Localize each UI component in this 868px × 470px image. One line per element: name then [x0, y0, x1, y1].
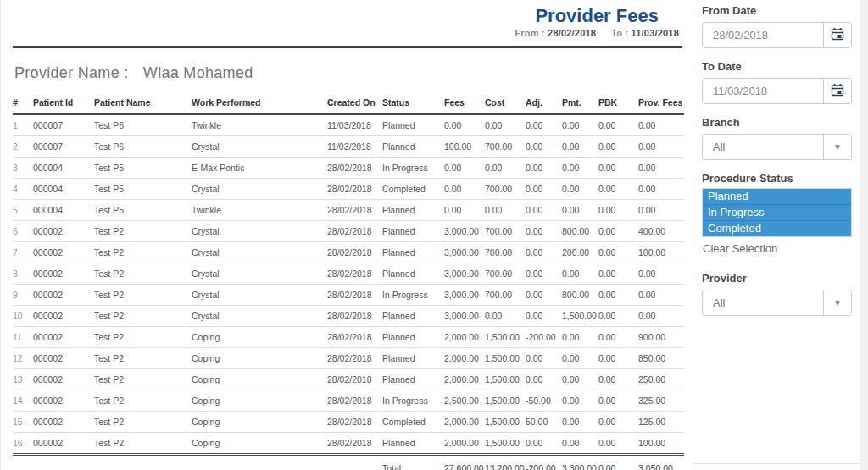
table-cell: 000004	[33, 179, 94, 200]
table-cell: 000004	[33, 158, 94, 179]
table-cell: 0.00	[526, 348, 562, 369]
table-cell: Test P2	[94, 433, 192, 455]
table-cell: 0.00	[526, 306, 562, 327]
table-cell: 28/02/2018	[327, 390, 382, 412]
table-cell: 3,000.00	[444, 242, 485, 263]
table-cell: 11/03/2018	[327, 114, 382, 136]
clear-selection-link[interactable]: Clear Selection	[703, 242, 777, 255]
table-cell: 0.00	[638, 114, 684, 136]
table-cell: -200.00	[526, 327, 562, 348]
table-cell: 000002	[33, 348, 94, 369]
table-cell: 000002	[33, 221, 94, 242]
table-cell: 0.00	[562, 200, 598, 221]
table-cell: 11/03/2018	[327, 136, 382, 158]
table-cell: 700.00	[485, 242, 526, 263]
table-cell: Test P5	[94, 179, 192, 200]
total-value-cell	[192, 455, 327, 470]
total-value-cell	[94, 455, 192, 470]
procedure-status-option[interactable]: In Progress	[703, 205, 851, 221]
branch-dropdown[interactable]: All ▼	[702, 134, 852, 160]
table-cell: Test P6	[94, 114, 192, 136]
table-row: 8000002Test P2Crystal28/02/2018Planned3,…	[13, 263, 684, 285]
header-cell: Status	[382, 92, 444, 114]
table-cell: 28/02/2018	[327, 200, 382, 221]
provider-field: Provider All ▼	[702, 272, 852, 316]
header-cell: Pmt.	[562, 92, 598, 114]
table-cell: 0.00	[444, 200, 485, 221]
branch-selected-value: All	[703, 135, 823, 159]
table-cell: 0.00	[485, 306, 526, 327]
table-cell: 000002	[33, 369, 94, 390]
from-date-field: From Date	[702, 4, 852, 48]
provider-name-label: Provider Name :	[14, 64, 129, 81]
table-cell: Completed	[382, 412, 444, 433]
provider-dropdown[interactable]: All ▼	[702, 290, 852, 316]
table-cell: 900.00	[638, 327, 684, 348]
table-row: 2000007Test P6Crystal11/03/2018Planned10…	[13, 136, 684, 158]
from-value: 28/02/2018	[548, 28, 596, 38]
total-value-cell: 27,600.00	[444, 455, 485, 470]
table-cell: 0.00	[485, 158, 526, 179]
table-cell: 125.00	[638, 412, 684, 433]
to-date-input[interactable]	[703, 79, 823, 103]
table-row: 4000004Test P5Crystal28/02/2018Completed…	[13, 179, 684, 200]
table-cell: Twinkle	[192, 200, 327, 221]
scrollbar-track[interactable]	[860, 0, 868, 470]
table-cell: 000002	[33, 285, 94, 306]
table-cell: Crystal	[192, 285, 327, 306]
table-cell: 2,000.00	[444, 369, 485, 390]
total-label-cell: Total	[382, 455, 444, 470]
procedure-status-option[interactable]: Completed	[703, 221, 851, 236]
table-cell: 0.00	[562, 179, 598, 200]
from-date-calendar-button[interactable]	[823, 23, 851, 47]
table-total-row: Total27,600.0013,200.00-200.003,300.000.…	[13, 455, 684, 470]
to-value: 11/03/2018	[632, 28, 679, 38]
to-date-calendar-button[interactable]	[823, 79, 851, 103]
provider-name-line: Provider Name : Wlaa Mohamed	[14, 64, 682, 82]
procedure-status-option[interactable]: Planned	[703, 189, 851, 205]
to-label: To :	[611, 28, 628, 38]
table-cell: 0.00	[598, 390, 638, 412]
table-cell: 0.00	[526, 179, 562, 200]
table-cell: 000002	[33, 306, 94, 327]
table-cell: 0.00	[444, 114, 485, 136]
table-cell: Planned	[382, 306, 444, 327]
table-cell: Planned	[382, 136, 444, 158]
table-cell: -50.00	[526, 390, 562, 412]
table-cell: 0.00	[526, 263, 562, 285]
total-value-cell: 0.00	[598, 455, 638, 470]
table-cell: 0.00	[562, 136, 598, 158]
header-cell: Created On	[327, 92, 382, 114]
table-cell: Test P2	[94, 369, 192, 390]
table-cell: 0.00	[598, 433, 638, 455]
branch-dropdown-button[interactable]: ▼	[823, 135, 851, 159]
table-cell: 0.00	[598, 327, 638, 348]
table-cell: Test P2	[94, 412, 192, 433]
table-cell: 13	[13, 369, 33, 390]
table-cell: 0.00	[562, 327, 598, 348]
table-cell: 0.00	[444, 158, 485, 179]
table-cell: 2,000.00	[444, 412, 485, 433]
table-cell: Planned	[382, 242, 444, 263]
table-cell: 400.00	[638, 221, 684, 242]
table-cell: 2,500.00	[444, 390, 485, 412]
header-cell: #	[13, 92, 33, 114]
table-cell: 000004	[33, 200, 94, 221]
table-cell: 000002	[33, 412, 94, 433]
to-date-label: To Date	[702, 60, 852, 73]
table-cell: Planned	[382, 369, 444, 390]
table-cell: Crystal	[192, 306, 327, 327]
table-cell: Planned	[382, 263, 444, 285]
provider-dropdown-button[interactable]: ▼	[823, 290, 851, 315]
table-cell: 28/02/2018	[327, 369, 382, 390]
from-date-input[interactable]	[703, 23, 823, 47]
table-cell: 0.00	[562, 348, 598, 369]
table-cell: 0.00	[598, 412, 638, 433]
table-cell: 5	[13, 200, 33, 221]
table-cell: 0.00	[598, 158, 638, 179]
table-cell: 14	[13, 390, 33, 412]
table-cell: 0.00	[526, 433, 562, 455]
table-cell: Test P5	[94, 158, 192, 179]
table-cell: Crystal	[192, 263, 327, 285]
table-cell: Planned	[382, 348, 444, 369]
